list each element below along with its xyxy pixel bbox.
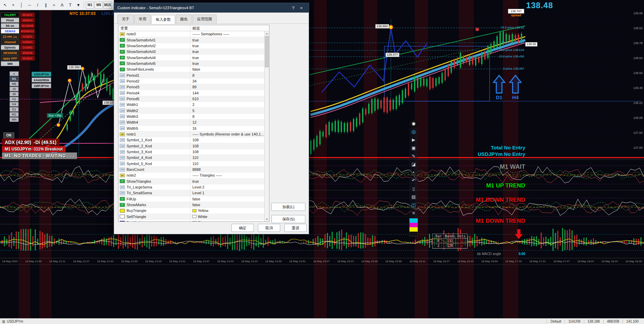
undo-icon[interactable]: ↶ [409,177,418,184]
help-button[interactable]: ? [289,5,297,11]
param-row-showmarks[interactable]: ✓ShowMarksfalse [118,202,264,208]
param-row-showsemaforlvl5[interactable]: ✓ShowSemaforlvl5true [118,61,264,67]
alert-button-m1-h1[interactable]: M1$H1 [20,12,35,17]
dialog-titlebar[interactable]: Custom Indicator - Sema5+123Trianglesv4 … [114,3,309,13]
param-row-symbol_3_kod[interactable]: 123Symbol_3_Kod108 [118,149,264,155]
cursor-icon[interactable]: ▶ [409,136,418,144]
load-button[interactable]: 加载(L) [271,203,305,211]
cursor-icon[interactable]: ↖ [1,1,9,9]
tab-scope[interactable]: 应用范围 [193,15,216,23]
alert-button-m5-h4[interactable]: M5$H4 [20,18,35,23]
param-row-period2[interactable]: 123Period234 [118,78,264,84]
param-value-cell[interactable]: 89 [190,85,264,89]
param-value-cell[interactable]: 610 [190,97,264,101]
indicator-button-uppy-off[interactable]: uppy OFF [1,56,19,61]
param-row-buytriangle[interactable]: BuyTriangleYellow [118,208,264,214]
indicator-button-mm[interactable]: MM [1,61,19,66]
indicator-button-bb-on[interactable]: bb on [1,23,19,28]
palette-color[interactable] [410,227,418,232]
param-value-cell[interactable]: 110 [190,162,264,166]
camera-icon[interactable]: ◫ [409,201,418,209]
param-value-cell[interactable]: Yellow [190,209,264,213]
param-value-cell[interactable]: 5 [190,109,264,113]
timeframe-w1[interactable]: W1 [10,112,19,117]
param-row-period3[interactable]: 123Period389 [118,84,264,90]
fibonacci-icon[interactable]: ≈ [50,1,58,9]
pin-icon[interactable]: ◉ [409,120,418,127]
tab-common[interactable]: 常用 [134,15,151,23]
param-value-cell[interactable]: 108 [190,138,264,142]
param-row-note1[interactable]: abnote1----- Symbols (Reverse order & us… [118,131,264,137]
param-value-cell[interactable]: 110 [190,156,264,160]
tab-about[interactable]: 关于 [117,15,134,23]
param-value-cell[interactable]: true [190,179,264,183]
palette-color[interactable] [410,232,418,236]
param-row-buymark[interactable]: BuyMarkBlue [118,220,264,221]
toolbar-tf-m15[interactable]: M15 [103,2,112,8]
timeframe-15[interactable]: 15 [10,87,19,91]
trash-icon[interactable]: ▯ [409,185,418,193]
save-button[interactable]: 保存(S) [271,215,305,223]
timeframe-30[interactable]: 30 [10,92,19,96]
param-row-symbol_1_kod[interactable]: 123Symbol_1_Kod108 [118,137,264,143]
param-row-note2[interactable]: abnote2----- Triangles ----- [118,173,264,178]
timeframe-mn[interactable]: MN [10,117,19,122]
price-axis[interactable]: 139.06138.92138.78138.64138.50138.36138.… [628,0,644,160]
symbol-usdjpym[interactable]: USDJPYm [32,72,51,77]
param-row-tri_smallsema[interactable]: 123Tri_SmallSemaLevel 1 [118,190,264,196]
text-icon[interactable]: A [58,1,66,9]
indicator-button-zz-hh_ll[interactable]: ZZ-HH_LL [1,34,19,39]
scroll-down-icon[interactable]: ▼ [265,217,269,221]
param-value-cell[interactable]: false [190,197,264,201]
param-row-symbol_2_kod[interactable]: 123Symbol_2_Kod108 [118,143,264,149]
text-label-icon[interactable]: T [67,1,74,9]
cancel-button[interactable]: 取消 [258,224,280,232]
indicator-button-7alert[interactable]: 7ALERT [1,12,19,17]
close-button[interactable]: × [297,5,305,11]
symbol-gbpjpym[interactable]: GBPJPYm [32,83,51,88]
param-value-cell[interactable]: Level 2 [190,185,264,189]
param-value-cell[interactable]: 108 [190,144,264,148]
param-value-cell[interactable]: White [190,215,264,219]
param-value-cell[interactable]: true [190,56,264,60]
param-row-width4[interactable]: 123Width412 [118,120,264,125]
symbol-xauusdm[interactable]: XAUUSDm [32,77,51,83]
timeframe-m5[interactable]: M5 [10,82,19,86]
dot-icon[interactable]: • [409,168,418,176]
alert-button-h4-w1[interactable]: H4$W1 [20,39,35,44]
indicator-button-pivot[interactable]: Pivot [1,18,19,23]
param-row-showfibolevels[interactable]: ✓ShowFiboLevelsfalse [118,67,264,72]
palette-color[interactable] [410,218,418,223]
scroll-up-icon[interactable]: ▲ [265,31,269,36]
timeframe-h4[interactable]: H4 [10,102,19,107]
param-value-cell[interactable]: 108 [190,150,264,154]
param-row-symbol_5_kod[interactable]: 123Symbol_5_Kod110 [118,161,264,167]
param-row-period5[interactable]: 123Period5610 [118,96,264,102]
table-scrollbar[interactable]: ▲ ▼ [264,31,269,221]
toolbar-tf-m5[interactable]: M5 [95,2,103,8]
param-row-period1[interactable]: 123Period18 [118,72,264,78]
horizontal-line-icon[interactable]: ─ [26,1,33,9]
ok-button[interactable]: 确定 [231,224,254,232]
indicator-button-channel[interactable]: channel [1,39,19,44]
alert-button-m1-h2[interactable]: M1$H2 [20,56,35,61]
param-value-cell[interactable]: 8 [190,73,264,77]
param-value-cell[interactable]: true [190,44,264,48]
pencil-icon[interactable]: ✎ [409,152,418,160]
param-value-cell[interactable]: true [190,61,264,66]
param-row-showsemaforlvl4[interactable]: ✓ShowSemaforlvl4true [118,55,264,60]
indicator-button-sema5[interactable]: SEMA5 [1,29,19,34]
param-value-cell[interactable]: true [190,50,264,54]
timeframe-m1[interactable]: M1 [10,76,19,81]
indicator-button-dpivots[interactable]: Dpivots [1,45,19,50]
param-row-symbol_4_kod[interactable]: 123Symbol_4_Kod110 [118,155,264,161]
alert-button-d1-m1[interactable]: D1$M1 [20,45,35,50]
alert-button-m5-h6[interactable]: M5$H6 [20,50,35,55]
param-row-width3[interactable]: 123Width38 [118,114,264,120]
monitor-icon[interactable]: ▤ [409,193,418,201]
param-row-showsemaforlvl2[interactable]: ✓ShowSemaforlvl2true [118,43,264,49]
param-row-period4[interactable]: 123Period4144 [118,90,264,96]
param-value-cell[interactable]: 2 [190,103,264,107]
param-value-cell[interactable]: Level 1 [190,191,264,195]
param-value-cell[interactable]: true [190,38,264,42]
